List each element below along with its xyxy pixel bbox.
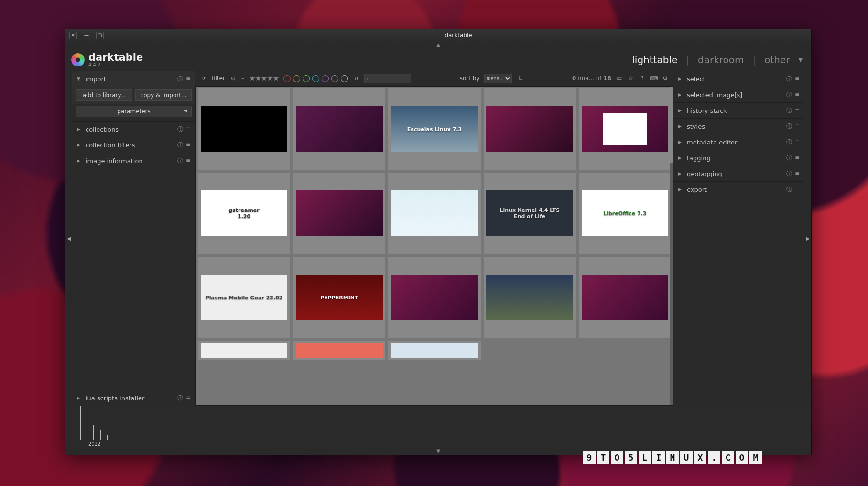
- color-dot[interactable]: [293, 75, 300, 82]
- section-import[interactable]: ▼ import ⓘ≡: [72, 71, 195, 87]
- menu-icon[interactable]: ≡: [186, 75, 191, 83]
- color-label-filter[interactable]: [283, 75, 348, 82]
- section-image-information[interactable]: ▶ image information ⓘ≡: [72, 153, 195, 168]
- thumbnail-cell[interactable]: [388, 173, 480, 254]
- star-icon[interactable]: ☆: [628, 75, 634, 82]
- watermark-char: N: [666, 451, 679, 464]
- keyboard-icon[interactable]: ⌨: [651, 75, 657, 82]
- menu-icon[interactable]: ≡: [186, 394, 191, 402]
- site-watermark: 9TO5LINUX.COM: [583, 451, 762, 464]
- star-rating-filter[interactable]: ★★★★★: [249, 74, 279, 83]
- app-window: ✕ — ▢ darktable ▲ darktable 4.4.2 lightt…: [65, 29, 812, 455]
- menu-icon[interactable]: ≡: [186, 157, 191, 165]
- section-styles[interactable]: ▶ styles ⓘ≡: [673, 118, 804, 134]
- thumbnail-cell[interactable]: [198, 88, 290, 170]
- menu-icon[interactable]: ≡: [795, 107, 800, 115]
- menu-icon[interactable]: ≡: [795, 138, 800, 146]
- thumbnail-cell[interactable]: [579, 88, 671, 170]
- collapse-top-icon[interactable]: ▲: [65, 42, 811, 49]
- thumbnail-cell[interactable]: PEPPERMINT: [293, 257, 385, 338]
- maximize-window-button[interactable]: ▢: [96, 32, 104, 39]
- info-icon[interactable]: ⓘ: [786, 107, 792, 115]
- help-icon[interactable]: ?: [639, 75, 646, 82]
- thumbnail-cell[interactable]: LibreOffice 7.3: [579, 173, 671, 254]
- info-icon[interactable]: ⓘ: [177, 141, 183, 149]
- sort-direction-icon[interactable]: ⇅: [517, 75, 523, 82]
- view-dropdown-icon[interactable]: ▼: [799, 57, 803, 63]
- thumbnail-cell[interactable]: Linux Kernel 4.4 LTS End of Life: [484, 173, 576, 254]
- section-selected-images[interactable]: ▶ selected image[s] ⓘ≡: [673, 87, 804, 102]
- expand-right-handle[interactable]: ▶: [804, 71, 811, 406]
- view-other[interactable]: other: [764, 54, 790, 66]
- info-icon[interactable]: ⓘ: [786, 138, 792, 146]
- chevron-right-icon: ▶: [678, 108, 683, 113]
- thumbnail-cell[interactable]: [293, 88, 385, 170]
- thumbnail-cell[interactable]: Escuelas Linux 7.3: [388, 88, 480, 170]
- info-icon[interactable]: ⓘ: [786, 154, 792, 162]
- funnel-icon[interactable]: ⧩: [200, 75, 207, 82]
- section-collection-filters[interactable]: ▶ collection filters ⓘ≡: [72, 137, 195, 153]
- gear-icon[interactable]: ⚙: [662, 75, 669, 82]
- thumbnail-cell[interactable]: [579, 257, 671, 338]
- menu-icon[interactable]: ≡: [186, 125, 191, 133]
- view-darkroom[interactable]: darkroom: [698, 54, 744, 66]
- info-icon[interactable]: ⓘ: [786, 91, 792, 99]
- section-collections[interactable]: ▶ collections ⓘ≡: [72, 121, 195, 137]
- menu-icon[interactable]: ≡: [795, 122, 800, 131]
- color-dot[interactable]: [312, 75, 319, 82]
- menu-icon[interactable]: ≡: [795, 91, 800, 99]
- section-geotagging[interactable]: ▶ geotagging ⓘ≡: [673, 166, 804, 181]
- section-label: image information: [86, 157, 174, 165]
- menu-icon[interactable]: ≡: [795, 75, 800, 83]
- section-export[interactable]: ▶ export ⓘ≡: [673, 181, 804, 197]
- info-icon[interactable]: ⓘ: [177, 75, 183, 83]
- thumbnail-cell[interactable]: [198, 341, 290, 360]
- parameters-button[interactable]: parameters ◀: [76, 106, 192, 117]
- color-dot[interactable]: [331, 75, 338, 82]
- copy-and-import-button[interactable]: copy & import...: [135, 89, 192, 101]
- color-dot[interactable]: [283, 75, 291, 82]
- info-icon[interactable]: ⓘ: [177, 394, 183, 402]
- thumbnail-cell[interactable]: gstreamer 1.20: [198, 173, 290, 254]
- thumbnail-cell[interactable]: [293, 173, 385, 254]
- section-metadata-editor[interactable]: ▶ metadata editor ⓘ≡: [673, 134, 804, 150]
- sort-dropdown[interactable]: filena...: [484, 74, 512, 83]
- thumbnail-cell[interactable]: [388, 341, 480, 360]
- thumbnail-cell[interactable]: [388, 257, 480, 338]
- info-icon[interactable]: ⓘ: [786, 75, 792, 83]
- section-lua-scripts[interactable]: ▶ lua scripts installer ⓘ≡: [72, 390, 195, 406]
- color-dot[interactable]: [341, 75, 348, 82]
- watermark-char: O: [611, 451, 623, 464]
- section-tagging[interactable]: ▶ tagging ⓘ≡: [673, 150, 804, 166]
- info-icon[interactable]: ⓘ: [786, 122, 792, 131]
- thumbnail-grid[interactable]: Escuelas Linux 7.3gstreamer 1.20Linux Ke…: [196, 87, 673, 406]
- search-input[interactable]: ⌕: [364, 74, 411, 83]
- collapse-icon[interactable]: ▭: [616, 75, 623, 82]
- minimize-window-button[interactable]: —: [83, 32, 90, 39]
- scrollbar[interactable]: [670, 87, 673, 405]
- menu-icon[interactable]: ≡: [795, 186, 800, 194]
- close-window-button[interactable]: ✕: [69, 32, 77, 39]
- thumbnail-cell[interactable]: [484, 257, 576, 338]
- menu-icon[interactable]: ≡: [186, 141, 191, 149]
- color-dot[interactable]: [322, 75, 329, 82]
- union-icon[interactable]: ∪: [353, 75, 359, 82]
- info-icon[interactable]: ⓘ: [786, 186, 792, 194]
- menu-icon[interactable]: ≡: [795, 154, 800, 162]
- info-icon[interactable]: ⓘ: [177, 125, 183, 133]
- timeline[interactable]: 2022: [65, 406, 811, 448]
- thumbnail-cell[interactable]: Plasma Mobile Gear 22.02: [198, 257, 290, 338]
- add-to-library-button[interactable]: add to library...: [76, 89, 132, 101]
- expand-left-handle[interactable]: ◀: [65, 71, 72, 406]
- section-select[interactable]: ▶ select ⓘ≡: [673, 71, 804, 87]
- info-icon[interactable]: ⓘ: [177, 157, 183, 165]
- reject-icon[interactable]: ⊘: [230, 75, 237, 82]
- color-dot[interactable]: [303, 75, 310, 82]
- section-history-stack[interactable]: ▶ history stack ⓘ≡: [673, 102, 804, 118]
- menu-icon[interactable]: ≡: [795, 170, 800, 178]
- view-lighttable[interactable]: lighttable: [632, 54, 677, 66]
- thumbnail-cell[interactable]: [484, 88, 576, 170]
- info-icon[interactable]: ⓘ: [786, 170, 792, 178]
- thumbnail-cell[interactable]: [293, 341, 385, 360]
- scrollbar-thumb[interactable]: [670, 87, 673, 163]
